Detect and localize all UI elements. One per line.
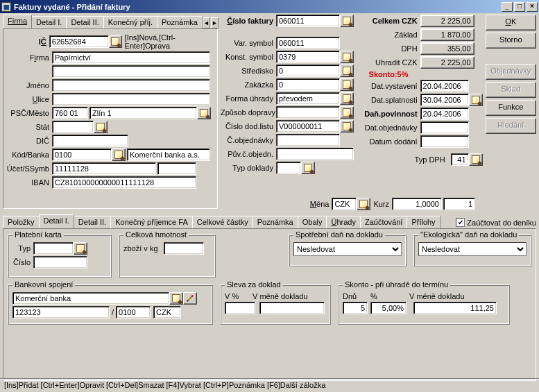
kurz2-input[interactable]	[443, 198, 475, 210]
window-title: Faktury vydané - Přidání faktury	[14, 3, 500, 11]
zakazka-input[interactable]	[276, 78, 340, 91]
ulice-input[interactable]	[52, 93, 210, 105]
puv-c-objedn-input[interactable]	[276, 148, 354, 160]
typ-doklady-input[interactable]	[276, 162, 301, 174]
tab-poznamka2[interactable]: Poznámka	[253, 216, 298, 228]
tab-celkove-castky[interactable]: Celkové částky	[192, 216, 253, 228]
banka-nazev-input[interactable]	[12, 292, 169, 305]
tab-detail-i[interactable]: Detail I.	[39, 214, 74, 228]
kod-input[interactable]	[52, 148, 112, 161]
mesto-input[interactable]	[89, 107, 197, 119]
eko-dan-select[interactable]: Nesledovat	[418, 242, 527, 256]
banka-lookup-icon[interactable]	[112, 148, 126, 161]
forma-uhrady-input[interactable]	[276, 92, 340, 105]
tab-detail2[interactable]: Detail II.	[66, 16, 103, 28]
maximize-button[interactable]: □	[514, 2, 525, 12]
stredisko-input[interactable]	[276, 65, 340, 77]
tab-scroll-right[interactable]: ►	[211, 17, 219, 28]
tab-scroll-left[interactable]: ◄	[203, 17, 210, 28]
ssymb-input[interactable]	[157, 162, 196, 175]
firma-input[interactable]	[52, 51, 210, 64]
spotrebni-dan-legend: Spotřební daň na dokladu	[293, 230, 385, 239]
tab-poznamka[interactable]: Poznámka	[157, 16, 203, 28]
datum-dodani-input[interactable]	[420, 135, 469, 148]
banka-kod-input[interactable]	[116, 306, 151, 318]
cislo-dod-listu-lookup-icon[interactable]	[340, 120, 354, 133]
sleva-mene-input[interactable]	[259, 302, 325, 314]
cislo-dod-listu-input[interactable]	[276, 120, 340, 133]
tab-detail1[interactable]: Detail I.	[31, 16, 67, 28]
dat-splatnosti-input[interactable]	[420, 94, 469, 106]
minimize-button[interactable]: _	[502, 2, 513, 12]
cislo-faktury-lookup-icon[interactable]	[340, 15, 354, 27]
tab-zauctovani[interactable]: Zaúčtování	[360, 216, 407, 228]
tab-uhrady[interactable]: Úhrady	[326, 216, 360, 228]
tab-detail-ii[interactable]: Detail II.	[74, 216, 111, 228]
hledani-button[interactable]: Hledání	[486, 118, 536, 134]
banka-nazev-lookup-icon[interactable]	[169, 292, 183, 305]
close-button[interactable]: ×	[527, 2, 538, 12]
cislo-faktury-input[interactable]	[276, 15, 340, 27]
mena-lookup-icon[interactable]	[357, 198, 370, 210]
tab-firma[interactable]: Firma	[3, 15, 32, 28]
iban-input[interactable]	[52, 176, 196, 189]
tab-konecny[interactable]: Konečný příj.	[103, 16, 157, 28]
banka-ucet-input[interactable]	[12, 306, 110, 318]
firma2-input[interactable]	[52, 65, 210, 78]
typ-doklady-lookup-icon[interactable]	[301, 162, 315, 174]
typ-dph-lookup-icon[interactable]	[469, 153, 483, 166]
skonto-legend: Skonto - při úhradě do termínu	[343, 280, 450, 289]
konst-symbol-lookup-icon[interactable]	[340, 51, 354, 63]
storno-button[interactable]: Storno	[486, 33, 536, 49]
ic-input[interactable]	[49, 35, 109, 48]
skonto-label: Skonto:5%	[361, 70, 420, 78]
tab-polozky[interactable]: Položky	[3, 216, 40, 228]
tab-obaly[interactable]: Obaly	[298, 216, 327, 228]
mesto-lookup-icon[interactable]	[197, 107, 211, 119]
dat-vystaveni-input[interactable]	[420, 80, 469, 92]
dat-objednavky-input[interactable]	[420, 121, 469, 134]
stat-input[interactable]	[52, 121, 94, 133]
funkce-button[interactable]: Funkce	[486, 100, 536, 116]
zpusob-dopravy-lookup-icon[interactable]	[340, 106, 354, 119]
banka-edit-icon[interactable]	[183, 292, 197, 305]
stredisko-lookup-icon[interactable]	[340, 65, 354, 77]
objednavky-button[interactable]: Objednávky	[486, 64, 536, 80]
sleva-pct-input[interactable]	[225, 302, 255, 314]
zbozi-kg-input[interactable]	[164, 242, 204, 255]
karta-typ-input[interactable]	[33, 242, 74, 255]
c-objednavky-input[interactable]	[276, 134, 340, 146]
psc-input[interactable]	[52, 107, 88, 119]
skonto-pct-input[interactable]	[370, 302, 407, 314]
mena-input[interactable]	[332, 198, 357, 210]
banka-mena-input[interactable]	[153, 306, 181, 318]
skonto-dnu-input[interactable]	[343, 302, 368, 314]
jmeno-input[interactable]	[52, 79, 210, 92]
ok-button[interactable]: OK	[486, 15, 536, 31]
dph-value: 355,00	[420, 42, 474, 55]
zpusob-dopravy-input[interactable]	[276, 106, 340, 119]
typ-dph-input[interactable]	[451, 153, 469, 166]
zakazka-lookup-icon[interactable]	[340, 78, 354, 91]
dan-povinnost-input[interactable]	[420, 108, 469, 120]
spotrebni-dan-select[interactable]: Nesledovat	[293, 242, 402, 256]
banka-input[interactable]	[127, 148, 210, 161]
tab-konecny-prijemce[interactable]: Konečný příjemce FA	[110, 216, 193, 228]
zauctovat-checkbox[interactable]: ✔Zaúčtovat do deníku	[456, 218, 536, 227]
detail-tabstrip: Položky Detail I. Detail II. Konečný pří…	[3, 214, 536, 228]
stat-lookup-icon[interactable]	[94, 121, 108, 133]
tab-prilohy[interactable]: Přílohy	[407, 216, 440, 228]
var-symbol-input[interactable]	[276, 37, 340, 49]
ic-lookup-icon[interactable]	[109, 35, 122, 48]
kurz1-input[interactable]	[392, 198, 442, 210]
skonto-mene-input[interactable]	[413, 302, 497, 314]
konst-symbol-input[interactable]	[276, 51, 340, 63]
karta-cislo-input[interactable]	[33, 256, 87, 269]
karta-typ-lookup-icon[interactable]	[74, 242, 87, 255]
jmeno-label: Jméno	[6, 81, 52, 90]
sklad-button[interactable]: Sklad	[486, 82, 536, 98]
ucet-input[interactable]	[52, 162, 156, 175]
forma-uhrady-lookup-icon[interactable]	[340, 92, 354, 105]
dic-input[interactable]	[52, 135, 128, 147]
dat-splatnosti-lookup-icon[interactable]	[469, 94, 483, 106]
